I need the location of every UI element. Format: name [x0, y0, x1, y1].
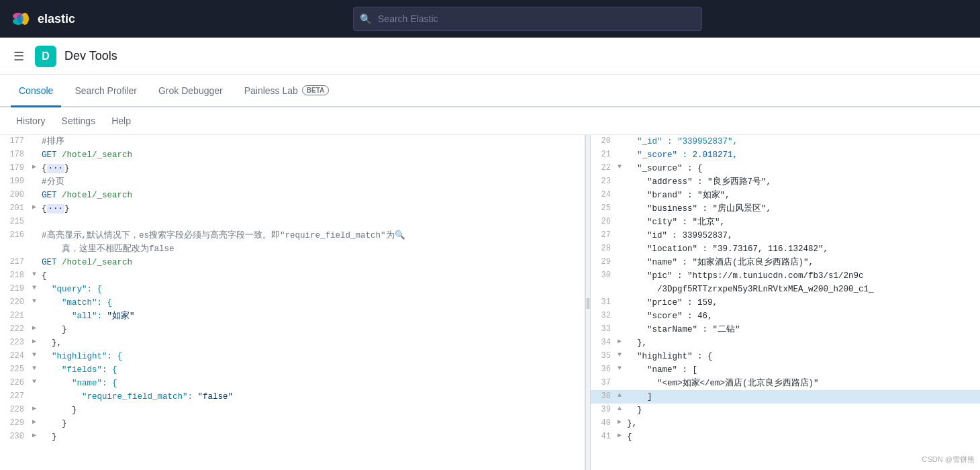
result-line-arrow	[618, 269, 627, 283]
hamburger-button[interactable]: ☰	[11, 46, 27, 66]
line-arrow[interactable]: ▼	[32, 269, 42, 283]
result-line: 33 "starName" : "二钻"	[591, 323, 980, 336]
result-line: 27 "id" : 339952837,	[591, 229, 980, 242]
global-search[interactable]: 🔍	[353, 7, 702, 31]
line-arrow[interactable]: ▶	[32, 417, 42, 430]
history-button[interactable]: History	[11, 113, 51, 129]
line-content: "all": "如家"	[42, 310, 585, 323]
result-line-arrow[interactable]: ▶	[618, 417, 627, 430]
settings-button[interactable]: Settings	[56, 113, 101, 129]
line-content: "match": {	[42, 296, 585, 310]
editor-pane: 177#排序178GET /hotel/_search179▶{···}199#…	[0, 135, 585, 470]
result-line-arrow	[618, 148, 627, 162]
line-content: "query": {	[42, 283, 585, 296]
line-content: 真，这里不相匹配改为false	[42, 242, 585, 256]
editor-line: 230▶ }	[0, 430, 585, 444]
tab-console[interactable]: Console	[11, 75, 61, 107]
result-line-content: "starName" : "二钻"	[627, 323, 980, 336]
editor-line: 178GET /hotel/_search	[0, 148, 585, 162]
result-viewer[interactable]: 20 "_id" : "339952837",21 "_score" : 2.0…	[591, 135, 980, 470]
editor-line: 200GET /hotel/_search	[0, 189, 585, 202]
result-line-arrow[interactable]: ▶	[618, 336, 627, 350]
editor-line: 224▼ "highlight": {	[0, 350, 585, 363]
line-arrow[interactable]: ▼	[32, 283, 42, 296]
result-line: 21 "_score" : 2.018271,	[591, 148, 980, 162]
help-button[interactable]: Help	[106, 113, 136, 129]
editor-line: 225▼ "fields": {	[0, 363, 585, 377]
line-number: 230	[0, 430, 32, 444]
line-arrow[interactable]: ▼	[32, 350, 42, 363]
line-arrow	[32, 242, 42, 256]
line-arrow	[32, 390, 42, 404]
result-line: 35▼ "highlight" : {	[591, 350, 980, 363]
result-line-content: }	[627, 404, 980, 417]
result-line-arrow[interactable]: ▼	[618, 162, 627, 175]
editor-line: 217GET /hotel/_search	[0, 256, 585, 269]
editor-line: 228▶ }	[0, 404, 585, 417]
resize-divider[interactable]: ‖	[585, 135, 591, 470]
line-arrow[interactable]: ▶	[32, 336, 42, 350]
result-line-arrow	[618, 283, 627, 296]
tab-search-profiler[interactable]: Search Profiler	[66, 75, 145, 107]
line-content: }	[42, 404, 585, 417]
editor-line: 222▶ }	[0, 323, 585, 336]
result-line-arrow	[618, 377, 627, 390]
result-line-content: "<em>如家</em>酒店(北京良乡西路店)"	[627, 377, 980, 390]
code-editor[interactable]: 177#排序178GET /hotel/_search179▶{···}199#…	[0, 135, 585, 470]
line-arrow	[32, 189, 42, 202]
result-line-arrow	[618, 310, 627, 323]
toolbar: History Settings Help	[0, 107, 980, 135]
result-line-content: "score" : 46,	[627, 310, 980, 323]
result-line-arrow	[618, 323, 627, 336]
main-content: 177#排序178GET /hotel/_search179▶{···}199#…	[0, 135, 980, 470]
result-line-arrow[interactable]: ▶	[618, 430, 627, 444]
line-arrow[interactable]: ▶	[32, 404, 42, 417]
line-arrow[interactable]: ▼	[32, 363, 42, 377]
tab-grok-debugger[interactable]: Grok Debugger	[150, 75, 231, 107]
line-arrow	[32, 175, 42, 189]
result-line-number: 35	[591, 350, 618, 363]
line-arrow[interactable]: ▼	[32, 296, 42, 310]
line-arrow[interactable]: ▼	[32, 377, 42, 390]
top-bar: elastic 🔍	[0, 0, 980, 38]
line-content: #分页	[42, 175, 585, 189]
app-title: Dev Tools	[64, 49, 117, 63]
result-line-content: "_id" : "339952837",	[627, 135, 980, 148]
result-line-arrow[interactable]: ▲	[618, 390, 627, 404]
line-number: 224	[0, 350, 32, 363]
line-number: 221	[0, 310, 32, 323]
line-content: GET /hotel/_search	[42, 256, 585, 269]
result-line-arrow	[618, 202, 627, 216]
result-line-number: 30	[591, 269, 618, 283]
line-arrow[interactable]: ▶	[32, 430, 42, 444]
result-line: 30 "pic" : "https://m.tuniucdn.com/fb3/s…	[591, 269, 980, 283]
result-line-number: 40	[591, 417, 618, 430]
result-line: 41▶{	[591, 430, 980, 444]
line-content: GET /hotel/_search	[42, 148, 585, 162]
line-number: 217	[0, 256, 32, 269]
line-arrow[interactable]: ▶	[32, 323, 42, 336]
line-number: 227	[0, 390, 32, 404]
line-content: {	[42, 269, 585, 283]
result-line-number: 22	[591, 162, 618, 175]
line-number: 215	[0, 216, 32, 229]
result-line-content: },	[627, 336, 980, 350]
line-number: 220	[0, 296, 32, 310]
result-line-number: 39	[591, 404, 618, 417]
line-number: 226	[0, 377, 32, 390]
result-line-content: "pic" : "https://m.tuniucdn.com/fb3/s1/2…	[627, 269, 980, 283]
line-arrow	[32, 256, 42, 269]
search-input[interactable]	[353, 7, 702, 31]
line-number: 218	[0, 269, 32, 283]
result-line-arrow[interactable]: ▼	[618, 363, 627, 377]
result-line-number: 36	[591, 363, 618, 377]
line-number: 225	[0, 363, 32, 377]
line-number: 219	[0, 283, 32, 296]
tab-painless-lab[interactable]: Painless Lab BETA	[236, 75, 338, 107]
result-line-arrow[interactable]: ▼	[618, 350, 627, 363]
line-arrow[interactable]: ▶	[32, 162, 42, 175]
line-arrow[interactable]: ▶	[32, 202, 42, 216]
result-line-arrow[interactable]: ▲	[618, 404, 627, 417]
line-number: 179	[0, 162, 32, 175]
elastic-icon	[11, 8, 32, 30]
